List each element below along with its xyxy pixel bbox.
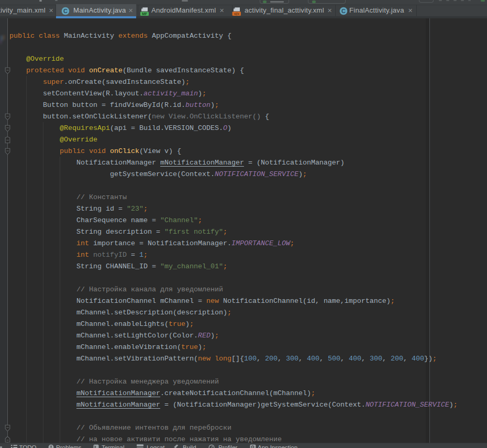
svg-text:MF: MF xyxy=(142,12,148,15)
svg-text:C: C xyxy=(341,8,346,14)
svg-text:</>: </> xyxy=(234,12,239,15)
svg-text:C: C xyxy=(63,8,68,14)
